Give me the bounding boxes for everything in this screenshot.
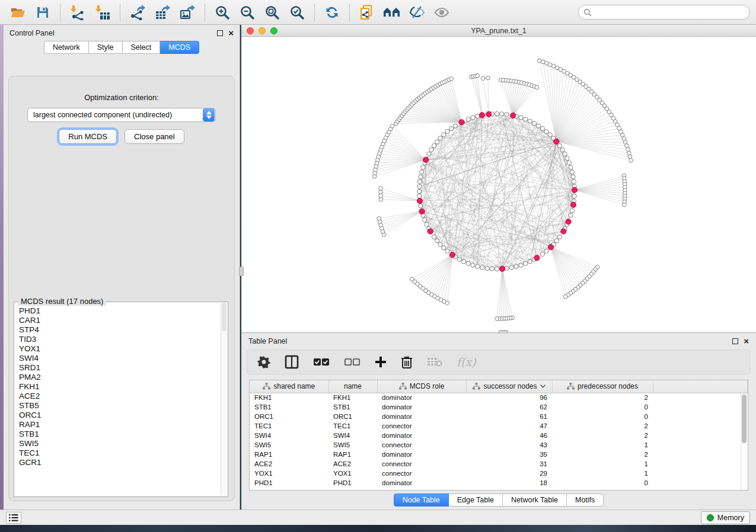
table-row[interactable]: PHD1PHD1dominator180 [250, 478, 748, 488]
ring-node[interactable] [557, 143, 562, 148]
mcds-result-list[interactable]: PHD1CAR1STP4TID3YOX1SWI4SRD1PMA2FKH1ACE2… [15, 303, 221, 496]
mcds-hub-node[interactable] [423, 157, 429, 162]
ring-node[interactable] [514, 264, 518, 268]
network-canvas[interactable] [241, 37, 756, 331]
table-cell[interactable]: 0 [552, 402, 653, 412]
ring-node[interactable] [560, 148, 564, 152]
table-scrollbar[interactable] [741, 393, 747, 489]
ring-node[interactable] [544, 130, 548, 134]
table-cell[interactable]: 1 [552, 469, 653, 478]
table-cell[interactable]: 2 [552, 431, 653, 440]
mcds-node-item[interactable]: CAR1 [19, 316, 221, 325]
column-header-successor-nodes[interactable]: successor nodes [466, 380, 552, 393]
refresh-layout-button[interactable] [320, 3, 344, 22]
column-header-name[interactable]: name [328, 380, 377, 393]
table-cell[interactable]: connector [377, 421, 466, 431]
column-header-predecessor-nodes[interactable]: predecessor nodes [552, 380, 653, 393]
ring-node[interactable] [524, 261, 528, 265]
mcds-node-item[interactable]: ACE2 [19, 392, 221, 401]
ring-node[interactable] [476, 264, 480, 268]
table-cell[interactable]: 43 [466, 440, 552, 450]
table-cell[interactable]: dominator [377, 402, 466, 412]
ring-node[interactable] [419, 204, 423, 208]
ring-node[interactable] [557, 235, 562, 239]
import-network-button[interactable] [66, 3, 90, 22]
first-neighbors-button[interactable] [380, 3, 404, 22]
ring-node[interactable] [442, 246, 446, 250]
ring-node[interactable] [537, 124, 541, 128]
mcds-hub-node[interactable] [566, 219, 571, 225]
table-cell[interactable]: connector [377, 440, 466, 450]
function-builder-button[interactable]: f(x) [457, 353, 476, 371]
ring-node[interactable] [495, 267, 499, 271]
table-tab-motifs[interactable]: Motifs [567, 493, 604, 507]
mcds-hub-node[interactable] [561, 229, 566, 234]
table-cell[interactable]: 18 [466, 478, 552, 488]
select-all-button[interactable] [313, 353, 330, 371]
float-panel-icon[interactable] [217, 30, 223, 36]
leaf-node[interactable] [628, 155, 632, 159]
ring-node[interactable] [524, 117, 528, 121]
table-cell[interactable]: 1 [552, 440, 653, 450]
leaf-node[interactable] [626, 148, 630, 152]
leaf-node[interactable] [410, 277, 414, 281]
task-history-button[interactable] [6, 512, 21, 524]
table-cell[interactable]: 46 [466, 431, 552, 440]
table-cell[interactable]: 61 [466, 412, 552, 421]
import-table-button[interactable] [91, 3, 114, 22]
show-all-button[interactable] [430, 3, 454, 22]
table-cell[interactable]: SWI5 [328, 440, 377, 450]
leaf-node[interactable] [627, 151, 631, 155]
ring-node[interactable] [429, 148, 433, 152]
leaf-node[interactable] [449, 77, 454, 81]
mcds-hub-node[interactable] [428, 229, 433, 234]
leaf-node[interactable] [625, 144, 629, 148]
ring-node[interactable] [554, 239, 559, 243]
ring-node[interactable] [519, 116, 523, 120]
mcds-hub-node[interactable] [417, 198, 422, 203]
ring-node[interactable] [572, 194, 576, 198]
mcds-node-item[interactable]: SWI4 [19, 354, 221, 363]
table-cell[interactable]: dominator [377, 393, 466, 402]
ring-node[interactable] [445, 249, 449, 253]
mcds-node-item[interactable]: STB5 [19, 401, 221, 411]
ring-node[interactable] [509, 265, 513, 270]
table-cell[interactable]: STB1 [328, 402, 377, 412]
mcds-node-item[interactable]: SRD1 [19, 363, 221, 373]
ring-node[interactable] [471, 116, 475, 120]
mcds-node-item[interactable]: ORC1 [19, 411, 221, 420]
table-row[interactable]: FKH1FKH1dominator962 [250, 393, 748, 402]
ring-node[interactable] [435, 239, 439, 243]
open-session-button[interactable] [6, 3, 30, 22]
table-cell[interactable]: RAP1 [250, 450, 328, 459]
leaf-node[interactable] [623, 203, 627, 207]
mcds-hub-node[interactable] [500, 266, 505, 271]
hide-selected-button[interactable] [405, 3, 429, 22]
ring-node[interactable] [485, 266, 489, 270]
ring-node[interactable] [528, 119, 532, 123]
ring-node[interactable] [567, 161, 571, 165]
leaf-node[interactable] [535, 85, 539, 89]
ring-node[interactable] [569, 213, 573, 217]
ring-node[interactable] [449, 126, 453, 130]
mcds-hub-node[interactable] [459, 120, 464, 125]
ring-node[interactable] [570, 209, 574, 213]
ring-node[interactable] [438, 136, 442, 140]
table-cell[interactable]: 1 [552, 459, 653, 469]
table-cell[interactable]: connector [377, 459, 466, 469]
table-tab-edge-table[interactable]: Edge Table [449, 493, 503, 507]
zoom-out-button[interactable] [235, 3, 259, 22]
search-input[interactable] [595, 8, 745, 17]
table-cell[interactable]: ACE2 [250, 459, 328, 469]
ring-node[interactable] [425, 222, 429, 226]
search-field[interactable] [578, 5, 750, 20]
table-cell[interactable]: YOX1 [328, 469, 377, 478]
ring-node[interactable] [548, 133, 552, 137]
ring-node[interactable] [490, 267, 494, 271]
network-graph[interactable] [241, 37, 755, 331]
table-cell[interactable]: ORC1 [328, 412, 377, 421]
optimization-criterion-select[interactable]: largest connected component (undirected) [27, 108, 216, 122]
table-cell[interactable]: SWI4 [328, 431, 377, 440]
delete-row-button[interactable] [401, 353, 413, 371]
leaf-node[interactable] [486, 76, 490, 80]
